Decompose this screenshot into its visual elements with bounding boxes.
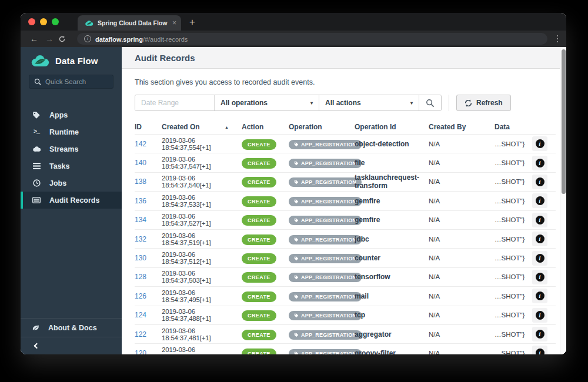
- divider: [449, 95, 449, 111]
- browser-menu-icon[interactable]: [554, 35, 561, 43]
- table-row: 142 2019-03-06 18:54:37,554[+1] CREATE A…: [135, 134, 556, 153]
- record-id-link[interactable]: 122: [135, 330, 162, 339]
- close-tab-icon[interactable]: ×: [172, 19, 176, 27]
- page-scrollbar[interactable]: [560, 47, 566, 354]
- sidebar-item-streams[interactable]: Streams: [21, 140, 122, 158]
- data-cell: …SHOT"}: [495, 178, 532, 185]
- record-id-link[interactable]: 140: [135, 159, 162, 167]
- action-badge: CREATE: [242, 177, 276, 187]
- created-on-cell: 2019-03-06 18:54:37,512[+1]: [162, 251, 242, 265]
- date-range-input[interactable]: [135, 95, 214, 110]
- scrollbar-thumb[interactable]: [562, 49, 566, 194]
- created-by-cell: N/A: [429, 178, 495, 185]
- info-button[interactable]: i: [532, 156, 547, 170]
- info-button[interactable]: i: [532, 175, 547, 189]
- col-operation-id[interactable]: Operation Id: [355, 123, 429, 131]
- record-id-link[interactable]: 132: [135, 235, 162, 243]
- search-button[interactable]: [419, 95, 441, 110]
- data-cell: …SHOT"}: [495, 216, 532, 223]
- col-created-on[interactable]: Created On ▲: [162, 123, 242, 131]
- sidebar-item-label: Jobs: [49, 179, 66, 187]
- record-id-link[interactable]: 126: [135, 292, 162, 300]
- browser-tab-bar: Spring Cloud Data Flow × +: [21, 13, 566, 31]
- operation-id-cell: gemfire: [355, 197, 429, 205]
- quick-search-input[interactable]: [45, 78, 108, 85]
- operation-badge: APP_REGISTRATION: [289, 159, 362, 168]
- minimize-window-button[interactable]: [40, 18, 47, 25]
- operation-badge: APP_REGISTRATION: [289, 140, 362, 149]
- url-path: /#/audit-records: [143, 36, 188, 43]
- col-created-by[interactable]: Created By: [429, 123, 495, 131]
- sidebar: Data Flow: [21, 47, 122, 354]
- record-id-link[interactable]: 128: [135, 273, 162, 281]
- operations-select[interactable]: All operations ▾: [214, 95, 319, 110]
- col-id[interactable]: ID: [135, 123, 162, 131]
- info-button[interactable]: i: [532, 327, 547, 341]
- sidebar-item-runtime[interactable]: >_ Runtime: [21, 123, 122, 140]
- info-button[interactable]: i: [532, 270, 547, 284]
- tag-icon: [294, 275, 299, 280]
- sidebar-item-label: Audit Records: [49, 196, 99, 205]
- info-button[interactable]: i: [532, 289, 547, 303]
- tag-icon: [294, 256, 299, 261]
- tag-icon: [294, 333, 299, 337]
- sidebar-item-about-docs[interactable]: About & Docs: [21, 318, 122, 337]
- sidebar-item-apps[interactable]: Apps: [21, 106, 122, 123]
- record-id-link[interactable]: 124: [135, 311, 162, 319]
- operation-id-cell: tcp: [355, 311, 429, 319]
- quick-search[interactable]: [29, 75, 113, 89]
- back-icon[interactable]: ←: [28, 34, 41, 43]
- info-button[interactable]: i: [532, 136, 547, 151]
- record-id-link[interactable]: 120: [135, 349, 162, 354]
- operation-badge: APP_REGISTRATION: [289, 235, 362, 244]
- table-row: 132 2019-03-06 18:54:37,519[+1] CREATE A…: [135, 229, 556, 248]
- col-operation[interactable]: Operation: [289, 123, 355, 131]
- created-on-cell: 2019-03-06 18:54:37,554[+1]: [162, 137, 242, 151]
- close-window-button[interactable]: [28, 18, 35, 25]
- sidebar-item-label: Apps: [49, 111, 68, 119]
- info-button[interactable]: i: [532, 193, 547, 208]
- refresh-icon: [465, 99, 472, 107]
- record-id-link[interactable]: 134: [135, 216, 162, 224]
- new-tab-button[interactable]: +: [189, 16, 195, 28]
- sidebar-collapse-button[interactable]: [21, 337, 122, 354]
- info-button[interactable]: i: [532, 308, 547, 323]
- record-id-link[interactable]: 130: [135, 254, 162, 262]
- list-icon: [32, 163, 41, 169]
- record-id-link[interactable]: 136: [135, 197, 162, 205]
- info-button[interactable]: i: [532, 346, 547, 354]
- actions-select[interactable]: All actions ▾: [319, 95, 419, 110]
- reload-icon[interactable]: [58, 35, 71, 43]
- record-id-link[interactable]: 138: [135, 177, 162, 186]
- col-action[interactable]: Action: [242, 123, 289, 131]
- refresh-button[interactable]: Refresh: [456, 95, 511, 111]
- operation-badge: APP_REGISTRATION: [289, 330, 362, 340]
- created-on-cell: 2019-03-06 18:54:37,488[+1]: [162, 308, 242, 322]
- maximize-window-button[interactable]: [52, 18, 59, 25]
- record-id-link[interactable]: 142: [135, 140, 162, 148]
- col-data[interactable]: Data: [495, 123, 532, 131]
- url-bar[interactable]: i dataflow.spring/#/audit-records: [77, 33, 547, 45]
- table-row: 134 2019-03-06 18:54:37,527[+1] CREATE A…: [135, 210, 556, 229]
- operation-id-cell: counter: [355, 254, 429, 262]
- brand: Data Flow: [21, 47, 122, 72]
- info-icon: i: [536, 291, 544, 300]
- info-icon: i: [536, 159, 544, 167]
- operation-id-cell: object-detection: [355, 140, 429, 148]
- sidebar-item-tasks[interactable]: Tasks: [21, 158, 122, 175]
- site-info-icon[interactable]: i: [84, 35, 91, 42]
- action-badge: CREATE: [242, 291, 276, 302]
- sidebar-item-audit-records[interactable]: Audit Records: [21, 192, 122, 209]
- tag-icon: [294, 237, 299, 242]
- table-row: 138 2019-03-06 18:54:37,540[+1] CREATE A…: [135, 172, 556, 191]
- data-cell: …SHOT"}: [495, 159, 532, 166]
- sidebar-item-jobs[interactable]: Jobs: [21, 175, 122, 192]
- tag-icon: [32, 111, 41, 119]
- forward-icon[interactable]: →: [43, 34, 56, 43]
- info-button[interactable]: i: [532, 251, 547, 266]
- browser-tab[interactable]: Spring Cloud Data Flow ×: [78, 15, 181, 31]
- info-button[interactable]: i: [532, 232, 547, 246]
- action-badge: CREATE: [242, 215, 276, 226]
- info-button[interactable]: i: [532, 213, 547, 227]
- tag-icon: [294, 161, 299, 166]
